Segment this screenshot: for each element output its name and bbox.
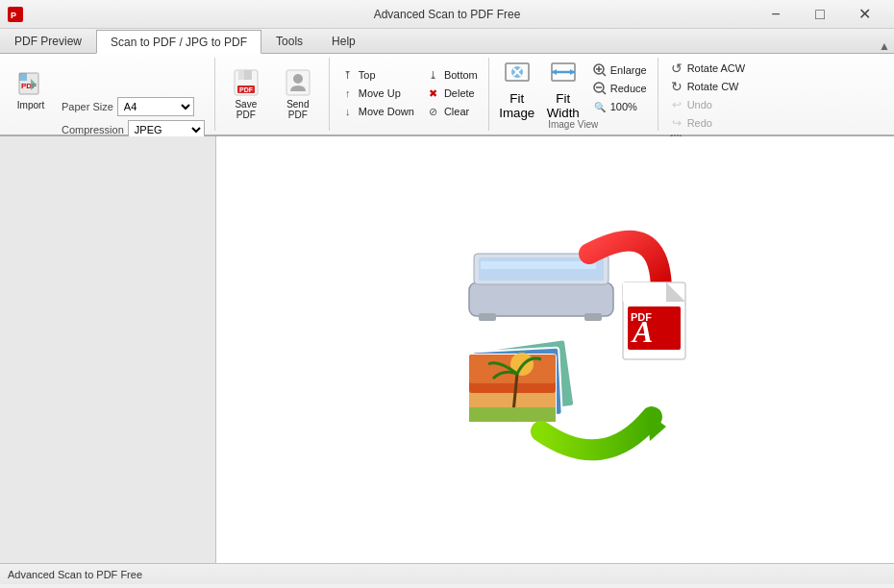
svg-rect-40 bbox=[584, 313, 602, 321]
fit-width-icon bbox=[549, 58, 578, 89]
send-pdf-label: SendPDF bbox=[286, 99, 309, 120]
title-bar: P Advanced Scan to PDF Free − □ ✕ bbox=[0, 0, 894, 29]
close-button[interactable]: ✕ bbox=[842, 0, 886, 29]
app-icon: P bbox=[8, 7, 23, 22]
enlarge-icon bbox=[592, 62, 608, 78]
move-up-button[interactable]: ↑ Move Up bbox=[335, 85, 419, 102]
move-up-icon: ↑ bbox=[340, 86, 356, 101]
zoom-100-label: 100% bbox=[610, 101, 637, 112]
paper-size-label: Paper Size bbox=[62, 101, 113, 112]
clear-button[interactable]: ⊘ Clear bbox=[421, 103, 483, 120]
svg-rect-35 bbox=[469, 282, 613, 316]
fit-image-button[interactable]: FitImage bbox=[495, 60, 539, 117]
delete-icon: ✖ bbox=[426, 86, 441, 101]
main-illustration: A PDF bbox=[402, 196, 709, 484]
redo-label: Redo bbox=[687, 117, 712, 129]
tab-bar: PDF Preview Scan to PDF / JPG to PDF Too… bbox=[0, 29, 894, 54]
image-view-group: FitImage FitWidth bbox=[489, 58, 658, 131]
compression-label: Compression bbox=[62, 124, 124, 135]
svg-text:PDF: PDF bbox=[239, 86, 254, 93]
scan-to-pdf-group: PDF Import bbox=[0, 58, 215, 131]
svg-rect-56 bbox=[469, 407, 556, 422]
order-col-2: ⤓ Bottom ✖ Delete ⊘ Clear bbox=[421, 66, 483, 120]
svg-rect-44 bbox=[623, 282, 666, 302]
enlarge-label: Enlarge bbox=[610, 64, 647, 76]
enlarge-button[interactable]: Enlarge bbox=[587, 61, 652, 79]
status-bar: Advanced Scan to PDF Free bbox=[0, 563, 894, 584]
svg-rect-3 bbox=[19, 73, 27, 81]
undo-icon: ↩ bbox=[669, 97, 684, 112]
fit-image-label: FitImage bbox=[499, 91, 534, 120]
svg-rect-13 bbox=[244, 70, 252, 80]
undo-label: Undo bbox=[687, 99, 712, 110]
redo-button[interactable]: ↪ Redo bbox=[664, 114, 751, 132]
tab-tools[interactable]: Tools bbox=[261, 29, 317, 53]
import-icon: PDF bbox=[15, 67, 46, 98]
svg-rect-39 bbox=[479, 313, 496, 321]
save-pdf-icon: PDF bbox=[231, 66, 261, 97]
tab-scan-to-pdf[interactable]: Scan to PDF / JPG to PDF bbox=[96, 30, 261, 54]
zoom-col: Enlarge Reduce 🔍 100% bbox=[587, 61, 652, 115]
svg-point-17 bbox=[293, 74, 303, 84]
fit-width-label: FitWidth bbox=[547, 91, 580, 120]
rotate-cw-button[interactable]: ↻ Rotate CW bbox=[664, 78, 751, 95]
paper-form: Paper Size A4A3LetterLegal Compression J… bbox=[58, 97, 209, 139]
bottom-icon: ⤓ bbox=[426, 67, 441, 83]
pdf-actions-group: PDF SavePDF SendPDF bbox=[215, 58, 330, 131]
svg-line-27 bbox=[603, 73, 606, 76]
paper-size-select[interactable]: A4A3LetterLegal bbox=[117, 97, 194, 116]
window-title: Advanced Scan to PDF Free bbox=[374, 8, 521, 21]
send-pdf-button[interactable]: SendPDF bbox=[273, 64, 323, 122]
redo-icon: ↪ bbox=[669, 115, 684, 131]
thumbnail-panel bbox=[0, 136, 216, 563]
move-down-icon: ↓ bbox=[340, 104, 356, 119]
order-group: ⤒ Top ↑ Move Up ↓ Move Down ⤓ Bottom bbox=[330, 58, 489, 131]
reduce-button[interactable]: Reduce bbox=[587, 80, 652, 97]
reduce-label: Reduce bbox=[610, 83, 647, 94]
svg-rect-38 bbox=[481, 261, 596, 269]
rotate-acw-icon: ↺ bbox=[669, 61, 684, 76]
zoom-100-icon: 🔍 bbox=[592, 99, 608, 114]
delete-button[interactable]: ✖ Delete bbox=[421, 85, 483, 102]
move-down-button[interactable]: ↓ Move Down bbox=[335, 103, 419, 120]
main-area: A PDF bbox=[0, 136, 894, 563]
import-button[interactable]: PDF Import bbox=[6, 60, 56, 117]
top-button[interactable]: ⤒ Top bbox=[335, 66, 419, 84]
import-label: Import bbox=[17, 100, 44, 110]
top-label: Top bbox=[359, 69, 376, 81]
rotate-cw-label: Rotate CW bbox=[687, 81, 739, 92]
delete-label: Delete bbox=[444, 87, 475, 99]
bottom-button[interactable]: ⤓ Bottom bbox=[421, 66, 483, 84]
svg-line-31 bbox=[603, 91, 606, 94]
tab-help[interactable]: Help bbox=[317, 29, 370, 53]
status-text: Advanced Scan to PDF Free bbox=[8, 569, 142, 580]
svg-text:PDF: PDF bbox=[631, 311, 652, 323]
rotate-acw-button[interactable]: ↺ Rotate ACW bbox=[664, 60, 751, 77]
image-edit-group: ↺ Rotate ACW ↻ Rotate CW ↩ Undo ↪ Redo bbox=[658, 58, 757, 131]
tab-pdf-preview[interactable]: PDF Preview bbox=[0, 29, 96, 53]
fit-width-button[interactable]: FitWidth bbox=[541, 60, 585, 117]
bottom-label: Bottom bbox=[444, 69, 478, 81]
image-view-label: Image View bbox=[548, 119, 598, 130]
svg-text:P: P bbox=[11, 11, 16, 20]
reduce-icon bbox=[592, 81, 608, 96]
order-col-1: ⤒ Top ↑ Move Up ↓ Move Down bbox=[335, 66, 419, 120]
illustration: A PDF bbox=[402, 196, 709, 503]
rotate-acw-label: Rotate ACW bbox=[687, 62, 746, 74]
save-pdf-button[interactable]: PDF SavePDF bbox=[221, 64, 271, 122]
ribbon-collapse-btn[interactable]: ▲ bbox=[875, 39, 894, 53]
save-pdf-label: SavePDF bbox=[235, 99, 257, 120]
maximize-button[interactable]: □ bbox=[798, 0, 842, 29]
ribbon: PDF Import bbox=[0, 54, 894, 136]
window-controls: − □ ✕ bbox=[754, 0, 886, 29]
move-up-label: Move Up bbox=[359, 87, 401, 99]
move-down-label: Move Down bbox=[359, 106, 414, 117]
content-area: A PDF bbox=[216, 136, 894, 563]
top-icon: ⤒ bbox=[340, 67, 356, 83]
clear-label: Clear bbox=[444, 106, 469, 117]
fit-image-icon bbox=[503, 58, 532, 89]
zoom-100-button[interactable]: 🔍 100% bbox=[587, 98, 652, 115]
undo-button[interactable]: ↩ Undo bbox=[664, 96, 751, 113]
minimize-button[interactable]: − bbox=[754, 0, 798, 29]
clear-icon: ⊘ bbox=[426, 104, 441, 119]
